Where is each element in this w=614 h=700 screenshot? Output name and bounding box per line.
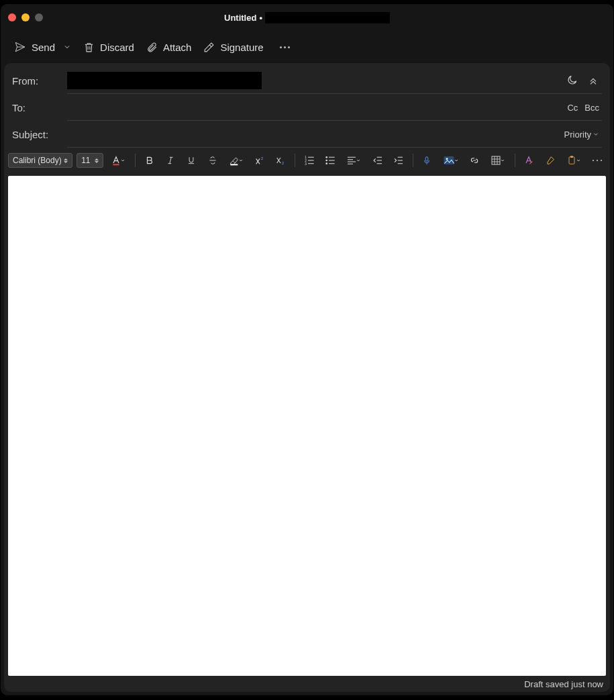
chevron-down-icon bbox=[454, 158, 459, 163]
svg-text:2: 2 bbox=[282, 161, 284, 165]
priority-button[interactable]: Priority bbox=[564, 130, 599, 140]
svg-point-13 bbox=[326, 156, 328, 158]
chevron-down-icon bbox=[500, 158, 505, 163]
dark-mode-toggle[interactable] bbox=[566, 74, 578, 87]
align-button[interactable] bbox=[343, 152, 365, 168]
zoom-window-button[interactable] bbox=[35, 13, 43, 21]
underline-button[interactable] bbox=[183, 152, 200, 168]
subscript-button[interactable]: 2 bbox=[272, 152, 289, 168]
numbered-list-icon: 123 bbox=[304, 155, 315, 166]
numbered-list-button[interactable]: 123 bbox=[301, 152, 317, 168]
spinner-icon bbox=[95, 154, 101, 166]
highlight-button[interactable] bbox=[225, 152, 247, 168]
message-body-editor[interactable] bbox=[8, 176, 606, 676]
svg-point-14 bbox=[326, 160, 328, 162]
chevron-double-up-icon bbox=[588, 75, 599, 86]
from-row: From: bbox=[12, 67, 602, 94]
font-family-value: Calibri (Body) bbox=[13, 156, 62, 165]
bold-button[interactable] bbox=[141, 152, 158, 168]
from-label: From: bbox=[12, 75, 67, 87]
close-window-button[interactable] bbox=[8, 13, 16, 21]
action-toolbar: Send Discard Attach Signature bbox=[1, 31, 613, 63]
font-family-select[interactable]: Calibri (Body) bbox=[8, 153, 72, 168]
indent-button[interactable] bbox=[390, 152, 407, 168]
compose-window: Untitled • Send Discard Attach Signature bbox=[1, 4, 613, 695]
header-fields: From: To: bbox=[4, 63, 610, 148]
window-title: Untitled • bbox=[1, 4, 613, 31]
dictate-button[interactable] bbox=[419, 152, 436, 168]
font-color-button[interactable] bbox=[107, 152, 130, 168]
svg-point-41 bbox=[597, 160, 598, 161]
send-button[interactable]: Send bbox=[14, 41, 55, 53]
send-options-button[interactable] bbox=[63, 43, 71, 51]
chevron-down-icon bbox=[120, 158, 125, 163]
more-icon bbox=[591, 158, 603, 163]
from-field[interactable] bbox=[67, 67, 602, 94]
font-size-select[interactable]: 11 bbox=[76, 153, 103, 168]
subject-row: Subject: Priority bbox=[12, 121, 602, 148]
minimize-window-button[interactable] bbox=[21, 13, 30, 21]
subject-label: Subject: bbox=[12, 129, 67, 140]
font-size-value: 11 bbox=[81, 156, 90, 165]
paste-button[interactable] bbox=[562, 152, 584, 168]
attach-label: Attach bbox=[163, 42, 192, 53]
svg-rect-0 bbox=[113, 164, 119, 165]
subscript-icon: 2 bbox=[275, 156, 286, 165]
attach-button[interactable]: Attach bbox=[146, 42, 192, 53]
bcc-button[interactable]: Bcc bbox=[584, 103, 599, 113]
chevron-down-icon bbox=[238, 158, 244, 163]
window-controls bbox=[1, 13, 43, 21]
underline-icon bbox=[187, 156, 196, 165]
svg-point-15 bbox=[326, 162, 328, 164]
superscript-icon: 2 bbox=[254, 156, 265, 165]
svg-rect-29 bbox=[426, 157, 429, 161]
collapse-header-button[interactable] bbox=[587, 74, 599, 87]
compose-panel: From: To: bbox=[4, 63, 610, 692]
draft-status: Draft saved just now bbox=[524, 679, 603, 689]
signature-label: Signature bbox=[220, 42, 263, 53]
to-label: To: bbox=[12, 102, 67, 113]
send-icon bbox=[14, 41, 26, 53]
priority-label: Priority bbox=[564, 130, 591, 140]
more-actions-button[interactable] bbox=[276, 46, 290, 48]
italic-button[interactable] bbox=[162, 152, 178, 168]
svg-rect-39 bbox=[570, 156, 573, 158]
insert-link-button[interactable] bbox=[466, 152, 482, 168]
chevron-down-icon bbox=[63, 43, 71, 51]
svg-rect-38 bbox=[569, 157, 574, 164]
title-separator: • bbox=[259, 13, 262, 23]
discard-button[interactable]: Discard bbox=[83, 42, 134, 53]
format-painter-button[interactable] bbox=[542, 152, 558, 168]
cc-button[interactable]: Cc bbox=[567, 103, 578, 113]
chevron-down-icon bbox=[593, 131, 599, 138]
signature-icon bbox=[203, 42, 215, 53]
ellipsis-icon bbox=[280, 46, 290, 48]
svg-text:3: 3 bbox=[305, 162, 307, 166]
italic-icon bbox=[166, 156, 175, 165]
to-row: To: Cc Bcc bbox=[12, 94, 602, 121]
clear-formatting-button[interactable] bbox=[521, 152, 538, 168]
clear-format-icon bbox=[523, 155, 534, 166]
bold-icon bbox=[145, 156, 154, 165]
subject-field[interactable]: Priority bbox=[67, 121, 602, 148]
moon-icon bbox=[566, 74, 578, 87]
to-field[interactable]: Cc Bcc bbox=[67, 94, 602, 121]
insert-picture-button[interactable] bbox=[440, 152, 462, 168]
strikethrough-icon bbox=[208, 156, 217, 165]
from-value-redacted bbox=[67, 72, 262, 89]
svg-rect-4 bbox=[231, 164, 238, 165]
outdent-button[interactable] bbox=[369, 152, 386, 168]
insert-table-button[interactable] bbox=[487, 152, 509, 168]
signature-button[interactable]: Signature bbox=[203, 42, 263, 53]
bulleted-list-button[interactable] bbox=[322, 152, 339, 168]
title-untitled: Untitled bbox=[224, 13, 256, 23]
more-format-button[interactable] bbox=[589, 152, 606, 168]
trash-icon bbox=[83, 42, 95, 53]
paintbrush-icon bbox=[545, 155, 556, 166]
svg-point-42 bbox=[601, 160, 602, 161]
strikethrough-button[interactable] bbox=[204, 152, 221, 168]
microphone-icon bbox=[422, 155, 431, 166]
superscript-button[interactable]: 2 bbox=[251, 152, 268, 168]
paperclip-icon bbox=[146, 42, 158, 53]
svg-point-31 bbox=[446, 158, 448, 160]
